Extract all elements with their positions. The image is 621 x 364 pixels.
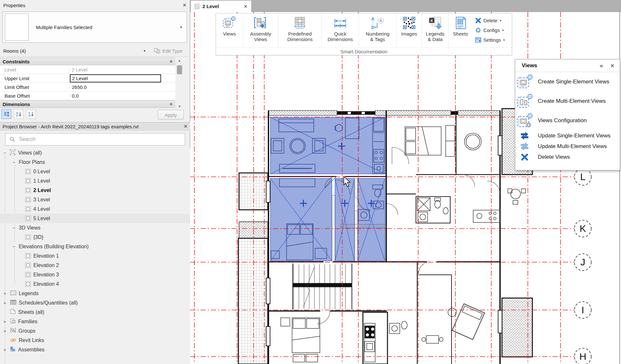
property-value[interactable]: 2650.0 [69,84,175,90]
delete-views-item[interactable]: Delete Views [515,152,620,162]
elevation-icon [25,281,31,287]
project-browser-header: Project Browser - Arch Revit 2022_202401… [0,122,190,131]
scrollbar-thumb[interactable] [177,65,182,74]
chevron-down-icon: ▾ [502,28,504,32]
create-multi-element-views-item[interactable]: Create Multi-Element Views [515,91,620,111]
svg-text:X: X [430,19,433,23]
grid-bubble-label: J [581,257,585,267]
tree-item-families[interactable]: + Families [0,317,190,326]
create-single-element-views-item[interactable]: Create Single-Element Views [515,72,620,91]
views-button[interactable]: Views [216,14,243,48]
tree-item-legends[interactable]: + Legends [0,289,190,298]
floor-plan-icon [25,187,31,193]
delete-button[interactable]: Delete ▾ [473,16,512,25]
delete-views-icon [515,153,534,161]
constraints-section-header[interactable]: Constraints « [0,58,175,65]
close-tab-icon[interactable]: ✕ [244,4,247,9]
upper-limit-input[interactable] [70,74,161,82]
scroll-down-icon[interactable]: ▼ [176,103,183,109]
grid-bubbles[interactable]: L K J I H [574,168,591,364]
tree-item-groups[interactable]: + Groups [0,326,190,336]
chevron-down-icon[interactable]: ▾ [180,25,182,29]
tree-expander[interactable]: + [3,291,7,296]
property-value[interactable]: 0.0 [69,93,175,99]
predefined-dimensions-button[interactable]: Predefined Dimensions [278,14,321,48]
tree-item-sheets[interactable]: Sheets (all) [0,307,190,317]
element-selector-row: Rooms (4) ▾ Edit Type [0,45,190,57]
tree-item-3d[interactable]: {3D} [0,232,190,242]
chevron-down-icon[interactable]: ▾ [144,48,146,53]
drawing-area[interactable]: 2 Level ✕ [190,0,621,364]
apply-button[interactable]: Apply [158,110,184,120]
tree-item-3d-views[interactable]: − 3D Views [0,223,190,232]
floor-plan-icon [25,197,31,202]
property-label: Upper Limit [0,76,69,81]
legends-data-icon: X [429,16,442,30]
close-icon[interactable]: ✕ [183,123,188,129]
tab-2-level[interactable]: 2 Level ✕ [191,1,252,12]
views-configuration-icon [515,113,534,128]
tree-expander[interactable]: − [12,225,16,230]
tree-expander[interactable]: − [12,244,16,249]
ribbon-group-label: Smart Documentation [216,48,512,55]
tree-item-4-level[interactable]: 4 Level [0,204,190,214]
update-multi-element-views-item[interactable]: Update Multi-Element Views [515,141,620,152]
images-button[interactable]: Images [397,14,422,48]
sort-list-icon [4,112,9,117]
tree-item-schedules[interactable]: + Schedules/Quantities (all) [0,298,190,307]
collapse-section-icon[interactable]: « [169,60,174,63]
tree-item-revit-links[interactable]: Revit Links [0,336,190,345]
tree-item-3-level[interactable]: 3 Level [0,195,190,204]
tree-expander[interactable]: − [3,150,7,155]
tree-expander[interactable]: − [12,159,16,165]
legends-data-button[interactable]: X Legends & Data [422,14,449,48]
tree-expander[interactable]: + [3,328,7,334]
numbering-tags-button[interactable]: AZA Numbering & Tags [359,14,397,48]
settings-button[interactable]: Settings ▾ [473,35,512,45]
search-box[interactable] [5,133,185,145]
tree-item-0-level[interactable]: 0 Level [0,167,190,176]
tree-item-5-level[interactable]: 5 Level [0,214,190,223]
tree-item-floor-plans[interactable]: − Floor Plans [0,157,190,167]
tree-item-elevation-4[interactable]: Elevation 4 [0,279,190,289]
tree-item-elevations[interactable]: − Elevations (Building Elevation) [0,242,190,251]
tree-item-assemblies[interactable]: + Assemblies [0,345,190,354]
tree-expander[interactable]: + [3,347,7,352]
tree-item-elevation-3[interactable]: Elevation 3 [0,270,190,279]
update-single-element-views-item[interactable]: Update Single-Element Views [515,130,620,141]
scroll-up-icon[interactable]: ▲ [176,58,183,63]
sort-default-button[interactable] [1,109,11,119]
edit-type-button[interactable]: Edit Type [154,48,182,54]
tree-expander[interactable]: + [3,319,7,324]
tree-item-views-all[interactable]: − Views (all) [0,148,190,157]
collapse-section-icon[interactable]: « [169,103,174,105]
close-panel-icon[interactable]: ✕ [610,63,615,69]
views-configuration-item[interactable]: Views Configuration [515,111,620,130]
type-selector[interactable]: Multiple Families Selected ▾ [3,12,187,43]
properties-scrollbar[interactable]: ▲ ▼ [176,58,183,109]
tree-item-elevation-2[interactable]: Elevation 2 [0,261,190,270]
dimensions-section-header[interactable]: Dimensions « [0,100,175,108]
smart-documentation-ribbon: Views Assembly Views Predefined Dimensio… [216,13,512,55]
collapse-panel-icon[interactable]: « [600,62,603,69]
tree-item-1-level[interactable]: 1 Level [0,176,190,186]
sheets-button[interactable]: Sheets [449,14,473,48]
type-preview-image [5,14,29,41]
tree-item-elevation-1[interactable]: Elevation 1 [0,251,190,261]
floor-plan-icon [25,206,31,212]
stairs [293,264,352,309]
sheets-icon [454,16,467,30]
tree-expander[interactable]: + [3,300,7,305]
selected-rooms[interactable] [270,117,385,261]
schedule-icon [10,300,16,306]
search-input[interactable] [18,136,185,143]
sort-ascending-button[interactable]: AZ [14,109,24,119]
tree-item-2-level[interactable]: 2 Level [0,186,190,195]
quick-dimensions-button[interactable]: Quick Dimensions [322,14,359,48]
sort-descending-button[interactable]: ZA [26,109,36,119]
selected-elements-label[interactable]: Rooms (4) [3,48,26,54]
configs-button[interactable]: Configs ▾ [473,25,512,35]
assembly-views-button[interactable]: Assembly Views [243,14,279,48]
close-icon[interactable]: ✕ [182,2,187,8]
settings-icon [475,37,481,43]
